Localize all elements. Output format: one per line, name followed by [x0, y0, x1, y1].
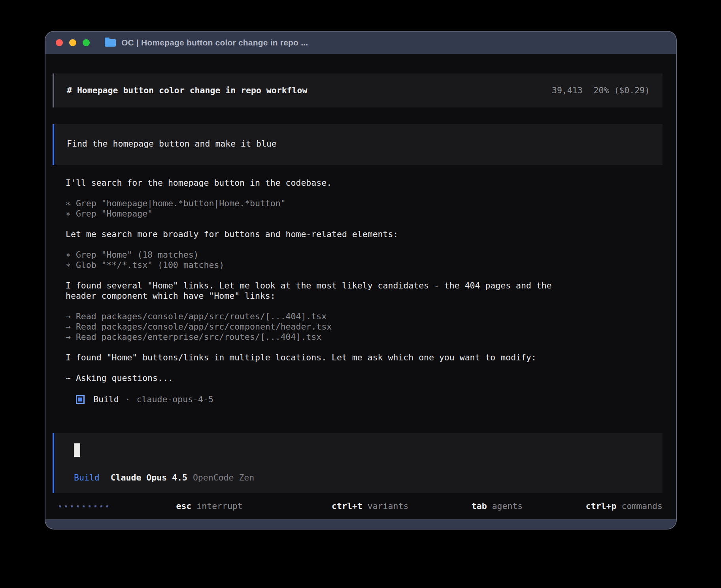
agent-badge: Build · claude-opus-4-5 [66, 394, 662, 405]
window-title: OC | Homepage button color change in rep… [121, 38, 308, 47]
assistant-line: Let me search more broadly for buttons a… [66, 229, 662, 239]
assistant-line [66, 342, 662, 352]
assistant-line [66, 239, 662, 250]
assistant-line: ∗ Glob "**/*.tsx" (100 matches) [66, 260, 662, 270]
hint-key: tab [472, 501, 487, 511]
assistant-line: I found "Home" buttons/links in multiple… [66, 352, 662, 363]
session-header: # Homepage button color change in repo w… [53, 74, 662, 107]
assistant-line [66, 301, 662, 311]
assistant-line: ∗ Grep "Home" (18 matches) [66, 250, 662, 260]
hint-commands: ctrl+pcommands [534, 491, 662, 522]
spinner-dot [100, 505, 102, 507]
assistant-lines: I'll search for the homepage button in t… [66, 178, 662, 383]
minimize-button[interactable] [69, 39, 76, 46]
spinner-dots-icon [59, 505, 108, 507]
session-stats: 39,413 20% ($0.29) [552, 85, 650, 96]
spinner-dot [83, 505, 85, 507]
zoom-button[interactable] [83, 39, 90, 46]
assistant-line: → Read packages/console/app/src/componen… [66, 322, 662, 332]
token-count: 39,413 [552, 85, 583, 96]
title-bar: OC | Homepage button color change in rep… [45, 32, 676, 54]
traffic-lights [56, 39, 90, 46]
assistant-line: header component which have "Home" links… [66, 291, 662, 301]
hint-key: ctrl+t [332, 501, 362, 511]
status-bar-left: escinterrupt [59, 491, 243, 522]
assistant-line [66, 219, 662, 229]
hint-label: agents [492, 501, 523, 511]
terminal-content: # Homepage button color change in repo w… [45, 54, 676, 519]
assistant-line: ∗ Grep "homepage|home.*button|Home.*butt… [66, 198, 662, 209]
assistant-line [66, 363, 662, 373]
context-usage: 20% ($0.29) [594, 85, 650, 96]
agent-badge-model: claude-opus-4-5 [137, 394, 213, 405]
folder-icon [105, 39, 116, 47]
agent-badge-separator: · [125, 394, 130, 405]
spinner-dot [59, 505, 61, 507]
window-bottom-edge [45, 519, 676, 529]
assistant-line: I found several "Home" links. Let me loo… [66, 281, 662, 291]
spinner-dot [71, 505, 73, 507]
hint-key: ctrl+p [586, 501, 617, 511]
spinner-dot [77, 505, 79, 507]
assistant-line [66, 270, 662, 281]
hint-variants: ctrl+tvariants [281, 491, 409, 522]
status-bar: escinterrupt ctrl+tvariants tabagents ct… [53, 493, 662, 519]
composer-status-row: Build Claude Opus 4.5 OpenCode Zen [74, 473, 650, 483]
user-message: Find the homepage button and make it blu… [53, 124, 662, 165]
spinner-dot [106, 505, 108, 507]
spinner-dot [65, 505, 67, 507]
assistant-line: → Read packages/enterprise/src/routes/[.… [66, 332, 662, 342]
composer-provider-label: OpenCode Zen [193, 473, 254, 483]
composer-model-label: Claude Opus 4.5 [111, 473, 187, 483]
assistant-response: I'll search for the homepage button in t… [66, 178, 662, 405]
close-button[interactable] [56, 39, 63, 46]
hint-interrupt: escinterrupt [125, 491, 243, 522]
terminal-window: OC | Homepage button color change in rep… [45, 31, 677, 530]
assistant-line: ~ Asking questions... [66, 373, 662, 383]
assistant-line: I'll search for the homepage button in t… [66, 178, 662, 188]
hint-agents: tabagents [420, 491, 523, 522]
text-cursor [74, 443, 80, 457]
spinner-dot [89, 505, 91, 507]
spinner-dot [94, 505, 96, 507]
agent-badge-name: Build [93, 394, 119, 405]
hint-label: variants [368, 501, 409, 511]
hint-label: commands [621, 501, 662, 511]
assistant-line [66, 188, 662, 198]
status-bar-right: ctrl+tvariants tabagents ctrl+pcommands [281, 491, 662, 522]
agent-square-icon [76, 395, 85, 404]
hint-key: esc [176, 501, 191, 511]
prompt-input[interactable]: Build Claude Opus 4.5 OpenCode Zen [53, 433, 662, 493]
hint-label: interrupt [196, 501, 243, 511]
assistant-line: ∗ Grep "Homepage" [66, 209, 662, 219]
assistant-line: → Read packages/console/app/src/routes/[… [66, 311, 662, 322]
session-title: # Homepage button color change in repo w… [67, 85, 307, 96]
composer-agent-label[interactable]: Build [74, 473, 100, 483]
